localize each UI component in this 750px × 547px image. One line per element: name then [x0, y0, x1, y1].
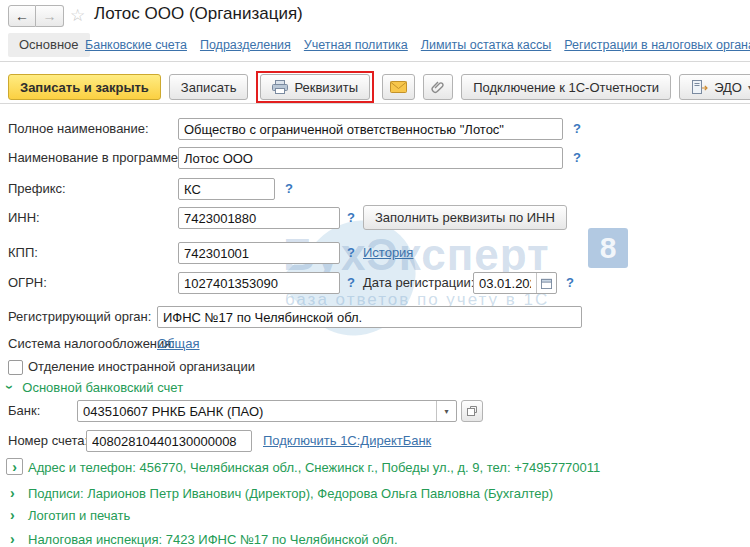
page-title: Лотос ООО (Организация): [94, 4, 303, 24]
save-and-close-button[interactable]: Записать и закрыть: [8, 74, 161, 100]
paperclip-icon: [431, 80, 445, 94]
tax-system-link[interactable]: Общая: [157, 336, 200, 351]
account-number-input[interactable]: [86, 430, 252, 452]
tax-inspection-section-expander[interactable]: ›: [10, 531, 15, 547]
edo-button[interactable]: ЭДО ▾: [679, 74, 750, 100]
reg-authority-input[interactable]: [157, 306, 582, 328]
watermark-badge: 8: [588, 228, 628, 268]
ogrn-input[interactable]: [178, 272, 340, 294]
tab-cash-limits[interactable]: Лимиты остатка кассы: [421, 38, 551, 52]
edo-button-label: ЭДО: [714, 80, 742, 95]
signatures-section-header[interactable]: Подписи: Ларионов Петр Иванович (Директо…: [28, 486, 553, 501]
attachments-button[interactable]: [423, 74, 453, 100]
address-section-expander[interactable]: ›: [6, 458, 23, 475]
history-nav-group: ← →: [8, 5, 64, 27]
tab-bank-accounts[interactable]: Банковские счета: [85, 38, 187, 52]
back-arrow-icon: ←: [15, 8, 29, 24]
forward-arrow-icon: →: [43, 8, 57, 24]
program-name-help-icon[interactable]: ?: [573, 150, 581, 165]
signatures-section-expander[interactable]: ›: [10, 485, 15, 501]
forward-button[interactable]: →: [36, 5, 64, 27]
program-name-label: Наименование в программе:: [8, 150, 182, 165]
kpp-input[interactable]: [178, 242, 340, 264]
prefix-input[interactable]: [178, 178, 275, 200]
reg-date-label: Дата регистрации:: [363, 275, 474, 290]
chevron-right-icon: ›: [10, 485, 15, 501]
toolbar-divider: [0, 103, 750, 104]
prefix-help-icon[interactable]: ?: [285, 181, 293, 196]
bank-input[interactable]: [78, 401, 436, 421]
reg-date-help-icon[interactable]: ?: [566, 275, 574, 290]
bank-field: ▾: [77, 400, 457, 422]
logo-section-header[interactable]: Логотип и печать: [28, 508, 130, 523]
full-name-label: Полное наименование:: [8, 121, 149, 136]
favorite-star-icon[interactable]: ☆: [70, 5, 85, 26]
directbank-link[interactable]: Подключить 1С:ДиректБанк: [263, 433, 431, 448]
tab-main[interactable]: Основное: [8, 33, 90, 57]
foreign-branch-checkbox[interactable]: [8, 360, 23, 375]
organization-form-window: БухЭксперт 8 база ответов по учету в 1С …: [0, 0, 750, 547]
tabs-divider: [0, 61, 750, 62]
back-button[interactable]: ←: [8, 5, 36, 27]
connect-1c-reporting-button[interactable]: Подключение к 1С-Отчетности: [461, 74, 671, 100]
toolbar: Записать и закрыть Записать Реквизиты: [8, 71, 742, 103]
inn-input[interactable]: [178, 207, 340, 229]
tax-system-label: Система налогообложения:: [8, 336, 175, 351]
requisites-button-label: Реквизиты: [294, 80, 358, 95]
tab-accounting-policy[interactable]: Учетная политика: [304, 38, 408, 52]
calendar-icon: [541, 278, 552, 289]
tab-subdivisions[interactable]: Подразделения: [200, 38, 291, 52]
send-email-button[interactable]: [382, 74, 415, 100]
tax-inspection-section-header[interactable]: Налоговая инспекция: 7423 ИФНС №17 по Че…: [28, 532, 398, 547]
envelope-icon: [390, 81, 407, 93]
requisites-highlight-frame: Реквизиты: [256, 71, 374, 103]
full-name-help-icon[interactable]: ?: [573, 121, 581, 136]
reg-date-calendar-button[interactable]: [536, 273, 556, 293]
ogrn-help-icon[interactable]: ?: [347, 275, 355, 290]
printer-icon: [272, 80, 288, 94]
account-number-label: Номер счета:: [8, 433, 88, 448]
inn-help-icon[interactable]: ?: [347, 210, 355, 225]
bank-section-header[interactable]: › Основной банковский счет: [8, 379, 183, 395]
chevron-down-icon: ›: [2, 385, 18, 390]
save-button[interactable]: Записать: [169, 74, 249, 100]
ogrn-label: ОГРН:: [8, 275, 47, 290]
foreign-branch-label: Отделение иностранной организации: [28, 359, 255, 374]
kpp-help-icon[interactable]: ?: [347, 245, 355, 260]
bank-open-button[interactable]: [461, 400, 483, 422]
reg-date-input[interactable]: [474, 273, 536, 293]
bank-dropdown-button[interactable]: ▾: [436, 401, 456, 421]
edo-document-icon: [691, 80, 708, 94]
tab-bar: Банковские счета Подразделения Учетная п…: [85, 38, 750, 52]
kpp-history-link[interactable]: История: [363, 245, 413, 260]
chevron-right-icon: ›: [10, 531, 15, 547]
logo-section-expander[interactable]: ›: [10, 507, 15, 523]
inn-label: ИНН:: [8, 210, 40, 225]
requisites-button[interactable]: Реквизиты: [260, 74, 370, 100]
prefix-label: Префикс:: [8, 181, 66, 196]
bank-label: Банк:: [8, 403, 40, 418]
tab-tax-registrations[interactable]: Регистрации в налоговых органах: [564, 38, 750, 52]
fill-by-inn-button[interactable]: Заполнить реквизиты по ИНН: [363, 205, 567, 230]
open-in-window-icon: [466, 405, 478, 417]
chevron-right-icon: ›: [10, 507, 15, 523]
address-section-header[interactable]: Адрес и телефон: 456770, Челябинская обл…: [28, 460, 600, 475]
kpp-label: КПП:: [8, 245, 38, 260]
reg-authority-label: Регистрирующий орган:: [8, 309, 151, 324]
bank-section-title: Основной банковский счет: [22, 380, 183, 395]
full-name-input[interactable]: [178, 118, 563, 140]
reg-date-field: [473, 272, 557, 294]
chevron-right-icon: ›: [12, 459, 17, 475]
program-name-input[interactable]: [178, 147, 563, 169]
